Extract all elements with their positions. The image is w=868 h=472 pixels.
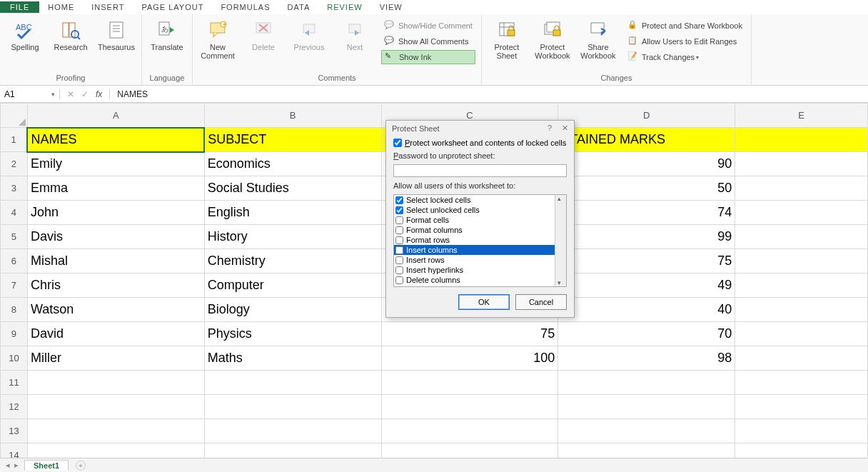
dialog-help-icon[interactable]: ? bbox=[547, 124, 552, 133]
cell-B10[interactable]: Maths bbox=[204, 346, 381, 371]
cell-B5[interactable]: History bbox=[204, 225, 381, 249]
track-changes-button[interactable]: 📝Track Changes bbox=[625, 50, 745, 64]
cell-C12[interactable] bbox=[381, 395, 558, 419]
row-header-8[interactable]: 8 bbox=[1, 298, 28, 322]
cell-D10[interactable]: 98 bbox=[558, 346, 735, 371]
spelling-button[interactable]: ABC Spelling bbox=[6, 16, 44, 66]
perm-checkbox[interactable] bbox=[395, 246, 403, 254]
cell-C13[interactable] bbox=[381, 419, 558, 443]
new-sheet-button[interactable]: ＋ bbox=[76, 461, 86, 471]
cell-A6[interactable]: Mishal bbox=[27, 249, 204, 273]
cell-A12[interactable] bbox=[27, 395, 204, 419]
row-header-3[interactable]: 3 bbox=[1, 176, 28, 201]
select-all-corner[interactable] bbox=[1, 104, 28, 128]
cell-E8[interactable] bbox=[735, 298, 868, 322]
protect-workbook-button[interactable]: Protect Workbook bbox=[533, 16, 572, 66]
cell-D2[interactable]: 90 bbox=[558, 152, 735, 176]
cell-D11[interactable] bbox=[558, 371, 735, 395]
row-header-9[interactable]: 9 bbox=[1, 322, 28, 346]
share-workbook-button[interactable]: Share Workbook bbox=[579, 16, 617, 66]
cell-A7[interactable]: Chris bbox=[27, 273, 204, 298]
delete-comment-button[interactable]: Delete bbox=[244, 16, 283, 66]
cell-E5[interactable] bbox=[735, 225, 868, 249]
perm-option[interactable]: Select locked cells bbox=[394, 195, 555, 205]
protect-contents-checkbox-input[interactable] bbox=[393, 139, 402, 147]
col-header-B[interactable]: B bbox=[204, 104, 381, 128]
cell-E2[interactable] bbox=[735, 152, 868, 176]
cell-D9[interactable]: 70 bbox=[558, 322, 735, 346]
col-header-D[interactable]: D bbox=[558, 104, 735, 128]
perm-option[interactable]: Insert hyperlinks bbox=[394, 265, 555, 275]
cell-B3[interactable]: Social Studies bbox=[204, 176, 381, 201]
tab-data[interactable]: DATA bbox=[279, 1, 319, 13]
cell-D5[interactable]: 99 bbox=[558, 225, 735, 249]
row-header-2[interactable]: 2 bbox=[1, 152, 28, 176]
cell-A3[interactable]: Emma bbox=[27, 176, 204, 201]
ok-button[interactable]: OK bbox=[458, 294, 510, 310]
permissions-list-items[interactable]: Select locked cellsSelect unlocked cells… bbox=[394, 195, 555, 286]
col-header-A[interactable]: A bbox=[27, 104, 204, 128]
cell-A2[interactable]: Emily bbox=[27, 152, 204, 176]
cell-A10[interactable]: Miller bbox=[27, 346, 204, 371]
cell-A11[interactable] bbox=[27, 371, 204, 395]
cell-D4[interactable]: 74 bbox=[558, 201, 735, 225]
cell-B9[interactable]: Physics bbox=[204, 322, 381, 346]
cell-E12[interactable] bbox=[735, 395, 868, 419]
cell-D12[interactable] bbox=[558, 395, 735, 419]
translate-button[interactable]: あ Translate bbox=[148, 16, 186, 66]
row-header-6[interactable]: 6 bbox=[1, 249, 28, 273]
cell-B8[interactable]: Biology bbox=[204, 298, 381, 322]
protect-sheet-button[interactable]: Protect Sheet bbox=[488, 16, 526, 66]
row-header-11[interactable]: 11 bbox=[1, 371, 28, 395]
insert-function-icon[interactable]: fx bbox=[96, 89, 102, 99]
perm-checkbox[interactable] bbox=[395, 266, 403, 274]
cell-E13[interactable] bbox=[735, 419, 868, 443]
tab-formulas[interactable]: FORMULAS bbox=[212, 1, 278, 13]
cell-D1[interactable]: BTAINED MARKS bbox=[558, 128, 735, 152]
cell-A5[interactable]: Davis bbox=[27, 225, 204, 249]
cell-B1[interactable]: SUBJECT bbox=[204, 128, 381, 152]
perm-checkbox[interactable] bbox=[395, 236, 403, 244]
perm-option[interactable]: Select unlocked cells bbox=[394, 205, 555, 215]
cell-C9[interactable]: 75 bbox=[381, 322, 558, 346]
perm-option[interactable]: Delete columns bbox=[394, 275, 555, 285]
cell-D3[interactable]: 50 bbox=[558, 176, 735, 201]
cell-A13[interactable] bbox=[27, 419, 204, 443]
cell-E7[interactable] bbox=[735, 273, 868, 298]
cell-E9[interactable] bbox=[735, 322, 868, 346]
perm-checkbox[interactable] bbox=[395, 216, 403, 224]
cell-A1[interactable]: NAMES bbox=[27, 128, 204, 152]
cell-A8[interactable]: Watson bbox=[27, 298, 204, 322]
new-comment-button[interactable]: ✶ New Comment bbox=[198, 16, 237, 66]
cell-E11[interactable] bbox=[735, 371, 868, 395]
tab-review[interactable]: REVIEW bbox=[318, 1, 370, 13]
perm-option[interactable]: Insert rows bbox=[394, 255, 555, 265]
formula-input[interactable]: NAMES bbox=[110, 89, 868, 99]
row-header-10[interactable]: 10 bbox=[1, 346, 28, 371]
col-header-E[interactable]: E bbox=[735, 104, 868, 128]
cell-A4[interactable]: John bbox=[27, 201, 204, 225]
research-button[interactable]: Research bbox=[51, 16, 90, 66]
previous-comment-button[interactable]: Previous bbox=[290, 16, 328, 66]
cell-B11[interactable] bbox=[204, 371, 381, 395]
perm-checkbox[interactable] bbox=[395, 196, 403, 204]
tab-view[interactable]: VIEW bbox=[371, 1, 411, 13]
show-hide-comment-button[interactable]: 💬Show/Hide Comment bbox=[381, 19, 475, 33]
row-header-13[interactable]: 13 bbox=[1, 419, 28, 443]
cell-B2[interactable]: Economics bbox=[204, 152, 381, 176]
cell-D7[interactable]: 49 bbox=[558, 273, 735, 298]
cell-C10[interactable]: 100 bbox=[381, 346, 558, 371]
cell-E4[interactable] bbox=[735, 201, 868, 225]
cell-E3[interactable] bbox=[735, 176, 868, 201]
perm-checkbox[interactable] bbox=[395, 276, 403, 284]
perm-option[interactable]: Format cells bbox=[394, 215, 555, 225]
permissions-scrollbar[interactable] bbox=[555, 195, 566, 286]
sheet-nav-next-icon[interactable]: ▸ bbox=[14, 461, 19, 470]
thesaurus-button[interactable]: Thesaurus bbox=[97, 16, 136, 66]
show-all-comments-button[interactable]: 💬Show All Comments bbox=[381, 34, 475, 49]
perm-checkbox[interactable] bbox=[395, 286, 403, 287]
cell-C11[interactable] bbox=[381, 371, 558, 395]
cell-D6[interactable]: 75 bbox=[558, 249, 735, 273]
sheet-tab-1[interactable]: Sheet1 bbox=[24, 460, 69, 471]
cell-B4[interactable]: English bbox=[204, 201, 381, 225]
